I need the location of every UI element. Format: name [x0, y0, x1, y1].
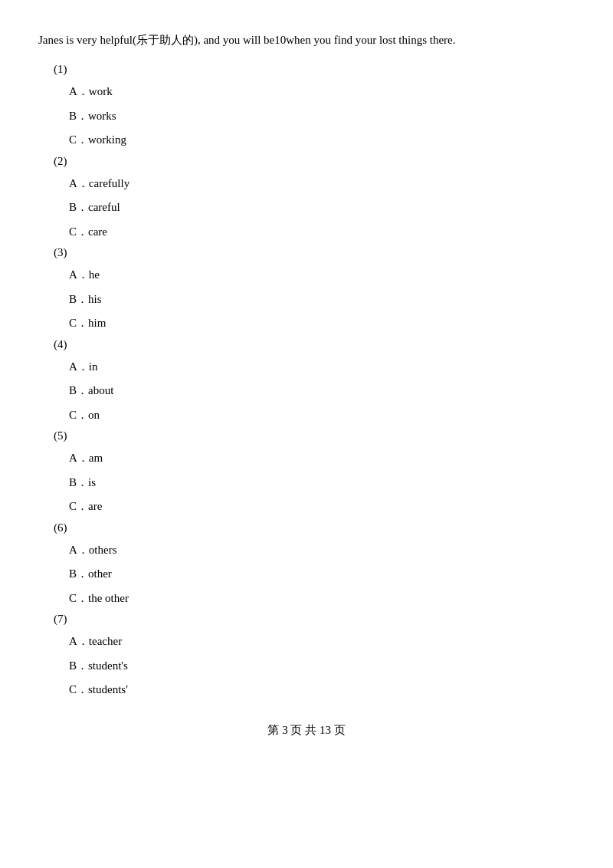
option-2-3[interactable]: C．care — [69, 222, 575, 242]
question-group-5: (5)A．amB．isC．are — [38, 429, 575, 517]
question-number-7: (7) — [54, 613, 575, 626]
option-6-3[interactable]: C．the other — [69, 589, 575, 609]
option-4-1[interactable]: A．in — [69, 357, 575, 377]
option-3-1[interactable]: A．he — [69, 265, 575, 285]
option-7-1[interactable]: A．teacher — [69, 632, 575, 652]
option-2-2[interactable]: B．careful — [69, 198, 575, 218]
option-2-1[interactable]: A．carefully — [69, 174, 575, 194]
intro-text: Janes is very helpful(乐于助人的), and you wi… — [38, 31, 575, 49]
option-1-3[interactable]: C．working — [69, 130, 575, 150]
question-group-1: (1)A．workB．worksC．working — [38, 63, 575, 150]
question-group-3: (3)A．heB．hisC．him — [38, 246, 575, 334]
question-number-4: (4) — [54, 338, 575, 351]
question-group-4: (4)A．inB．aboutC．on — [38, 338, 575, 426]
option-3-2[interactable]: B．his — [69, 290, 575, 310]
option-5-1[interactable]: A．am — [69, 449, 575, 469]
option-1-1[interactable]: A．work — [69, 82, 575, 102]
question-number-5: (5) — [54, 429, 575, 442]
question-number-3: (3) — [54, 246, 575, 259]
questions-container: (1)A．workB．worksC．working(2)A．carefullyB… — [38, 63, 575, 700]
option-6-2[interactable]: B．other — [69, 564, 575, 584]
footer: 第 3 页 共 13 页 — [38, 723, 575, 738]
option-3-3[interactable]: C．him — [69, 314, 575, 334]
option-7-3[interactable]: C．students' — [69, 680, 575, 700]
question-number-2: (2) — [54, 155, 575, 168]
question-number-1: (1) — [54, 63, 575, 76]
option-1-2[interactable]: B．works — [69, 107, 575, 127]
question-group-7: (7)A．teacherB．student'sC．students' — [38, 613, 575, 700]
option-4-3[interactable]: C．on — [69, 406, 575, 426]
option-7-2[interactable]: B．student's — [69, 656, 575, 676]
question-number-6: (6) — [54, 521, 575, 534]
question-group-6: (6)A．othersB．otherC．the other — [38, 521, 575, 609]
option-4-2[interactable]: B．about — [69, 381, 575, 401]
option-5-2[interactable]: B．is — [69, 473, 575, 493]
option-5-3[interactable]: C．are — [69, 497, 575, 517]
option-6-1[interactable]: A．others — [69, 541, 575, 561]
question-group-2: (2)A．carefullyB．carefulC．care — [38, 155, 575, 242]
